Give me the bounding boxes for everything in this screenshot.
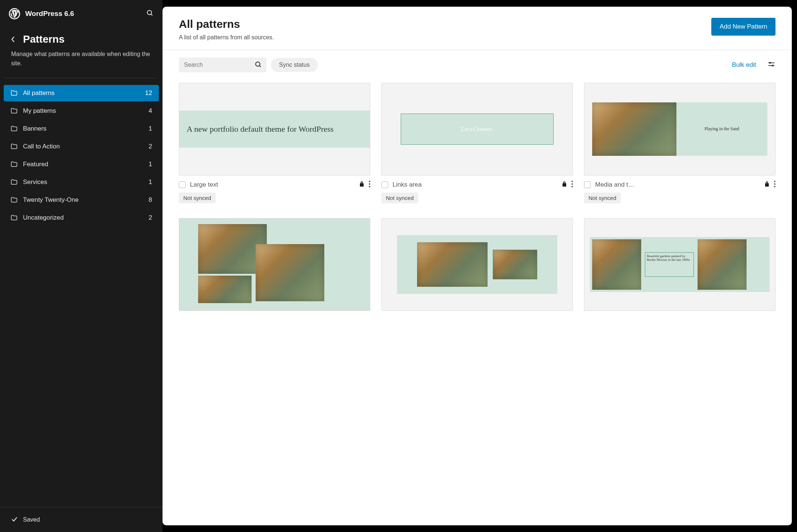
sync-status-filter[interactable]: Sync status bbox=[271, 58, 318, 72]
category-label: Call to Action bbox=[23, 143, 149, 150]
svg-point-1 bbox=[147, 10, 152, 15]
global-search-icon[interactable] bbox=[146, 9, 154, 18]
svg-point-10 bbox=[369, 183, 370, 185]
category-item[interactable]: Featured 1 bbox=[4, 156, 159, 173]
category-count: 8 bbox=[149, 196, 152, 204]
svg-point-15 bbox=[774, 181, 775, 182]
category-list: All patterns 12 My patterns 4 Banners 1 … bbox=[0, 85, 163, 226]
page-title: All patterns bbox=[179, 18, 274, 30]
search-icon bbox=[255, 61, 262, 70]
svg-point-16 bbox=[774, 183, 775, 185]
svg-point-17 bbox=[774, 186, 775, 187]
category-label: Banners bbox=[23, 125, 149, 132]
search-input[interactable] bbox=[184, 62, 251, 68]
category-count: 1 bbox=[149, 161, 152, 168]
pattern-card[interactable]: A new portfolio default theme for WordPr… bbox=[179, 83, 370, 203]
sync-status-badge: Not synced bbox=[381, 193, 418, 203]
saved-label: Saved bbox=[23, 516, 40, 523]
brand[interactable]: WordPress 6.6 bbox=[9, 8, 74, 19]
folder-icon bbox=[10, 161, 18, 168]
pattern-title: Links area bbox=[393, 181, 557, 188]
folder-icon bbox=[10, 107, 18, 115]
category-item[interactable]: All patterns 12 bbox=[4, 85, 159, 101]
svg-point-6 bbox=[769, 62, 771, 64]
pattern-meta: Media and t… bbox=[584, 181, 775, 189]
pattern-preview: Beautiful gardens painted by Berthe Mori… bbox=[584, 218, 775, 311]
svg-point-13 bbox=[571, 183, 573, 185]
more-actions-icon[interactable] bbox=[774, 181, 775, 189]
brand-title: WordPress 6.6 bbox=[25, 10, 74, 18]
select-checkbox[interactable] bbox=[179, 181, 186, 188]
category-item[interactable]: Call to Action 2 bbox=[4, 138, 159, 155]
pattern-meta: Large text bbox=[179, 181, 370, 189]
folder-icon bbox=[10, 196, 18, 204]
select-checkbox[interactable] bbox=[584, 181, 591, 188]
category-label: Uncategorized bbox=[23, 214, 149, 221]
svg-point-3 bbox=[256, 62, 260, 66]
svg-point-14 bbox=[571, 186, 573, 187]
main-header: All patterns A list of all patterns from… bbox=[163, 7, 792, 50]
main-panel: All patterns A list of all patterns from… bbox=[163, 7, 792, 525]
pattern-card[interactable]: Let's Connect. Links area Not synced bbox=[381, 83, 573, 203]
lock-icon bbox=[359, 181, 364, 188]
svg-point-11 bbox=[369, 186, 370, 187]
pattern-preview: A new portfolio default theme for WordPr… bbox=[179, 83, 370, 175]
add-pattern-button[interactable]: Add New Pattern bbox=[711, 18, 775, 36]
svg-point-12 bbox=[571, 181, 573, 182]
wordpress-logo-icon bbox=[9, 8, 20, 19]
pattern-card[interactable] bbox=[381, 218, 573, 324]
svg-point-8 bbox=[772, 65, 774, 66]
sidebar-footer: Saved bbox=[0, 507, 163, 532]
category-item[interactable]: Uncategorized 2 bbox=[4, 210, 159, 226]
bulk-edit-link[interactable]: Bulk edit bbox=[732, 61, 756, 69]
pattern-card[interactable]: Beautiful gardens painted by Berthe Mori… bbox=[584, 218, 775, 324]
page-subtitle: A list of all patterns from all sources. bbox=[179, 34, 274, 41]
category-count: 1 bbox=[149, 178, 152, 186]
select-checkbox[interactable] bbox=[381, 181, 388, 188]
category-label: All patterns bbox=[23, 89, 145, 97]
category-item[interactable]: Services 1 bbox=[4, 174, 159, 190]
category-label: My patterns bbox=[23, 107, 149, 115]
sync-status-badge: Not synced bbox=[584, 193, 621, 203]
category-count: 1 bbox=[149, 125, 152, 132]
folder-icon bbox=[10, 214, 18, 221]
category-item[interactable]: Twenty Twenty-One 8 bbox=[4, 192, 159, 208]
pattern-title: Large text bbox=[190, 181, 355, 188]
sidebar-divider bbox=[5, 78, 157, 78]
sidebar: WordPress 6.6 Patterns Manage what patte… bbox=[0, 0, 163, 532]
section-title: Patterns bbox=[23, 33, 65, 45]
sidebar-header: WordPress 6.6 bbox=[0, 8, 163, 33]
svg-line-4 bbox=[259, 66, 261, 67]
more-actions-icon[interactable] bbox=[571, 181, 573, 189]
folder-icon bbox=[10, 178, 18, 186]
category-label: Featured bbox=[23, 161, 149, 168]
pattern-preview bbox=[381, 218, 573, 311]
category-count: 12 bbox=[145, 89, 152, 97]
section-header: Patterns bbox=[0, 33, 163, 50]
category-count: 2 bbox=[149, 214, 152, 221]
back-icon[interactable] bbox=[11, 36, 18, 43]
category-item[interactable]: My patterns 4 bbox=[4, 103, 159, 119]
category-item[interactable]: Banners 1 bbox=[4, 121, 159, 137]
category-count: 2 bbox=[149, 143, 152, 150]
lock-icon bbox=[562, 181, 567, 188]
lock-icon bbox=[764, 181, 770, 188]
saved-check-icon bbox=[11, 516, 18, 524]
category-label: Services bbox=[23, 178, 149, 186]
search-box[interactable] bbox=[179, 58, 266, 72]
pattern-grid: A new portfolio default theme for WordPr… bbox=[163, 83, 792, 333]
pattern-card[interactable]: Playing in the Sand Media and t… Not syn… bbox=[584, 83, 775, 203]
more-actions-icon[interactable] bbox=[369, 181, 370, 189]
pattern-card[interactable] bbox=[179, 218, 370, 324]
pattern-meta: Links area bbox=[381, 181, 573, 189]
toolbar: Sync status Bulk edit bbox=[163, 50, 792, 83]
category-label: Twenty Twenty-One bbox=[23, 196, 149, 204]
folder-icon bbox=[10, 125, 18, 132]
section-description: Manage what patterns are available when … bbox=[0, 50, 163, 78]
pattern-preview bbox=[179, 218, 370, 311]
svg-point-9 bbox=[369, 181, 370, 182]
pattern-preview: Let's Connect. bbox=[381, 83, 573, 175]
category-count: 4 bbox=[149, 107, 152, 115]
view-options-icon[interactable] bbox=[767, 60, 775, 70]
svg-line-2 bbox=[151, 14, 152, 16]
